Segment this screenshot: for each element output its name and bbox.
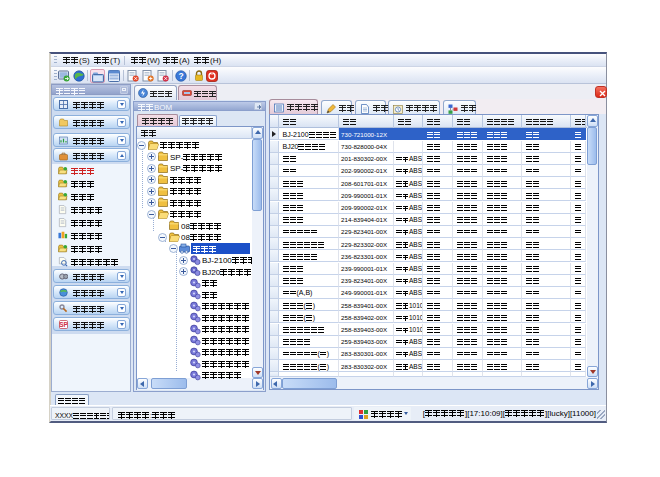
svg-text:SP: SP [59, 321, 68, 328]
svg-text:?: ? [178, 71, 183, 81]
